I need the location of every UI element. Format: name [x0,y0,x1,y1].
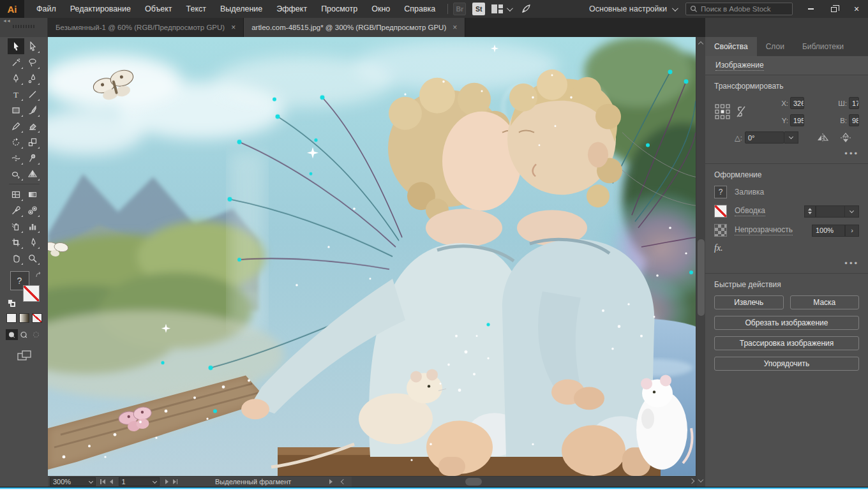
x-input[interactable]: 326,33 mm [790,97,804,109]
gpu-performance-icon[interactable] [520,3,532,15]
menu-view[interactable]: Просмотр [314,0,364,18]
scroll-up-icon[interactable] [698,41,703,47]
height-input[interactable]: 98,521 mm [849,114,859,126]
stroke-weight-stepper[interactable] [804,205,816,218]
stroke-weight-value[interactable] [816,205,845,218]
canvas-viewport[interactable] [48,37,696,476]
opacity-expand-button[interactable]: › [845,225,859,237]
collapse-toolbar-icon[interactable]: ◄◄ [0,18,13,24]
close-icon[interactable]: × [453,23,457,32]
document-tab-2[interactable]: artleo.com-48515.jpg* @ 300% (RGB/Предпр… [244,18,465,37]
menu-effect[interactable]: Эффект [269,0,314,18]
scroll-left-icon[interactable] [341,479,346,484]
arrange-button[interactable]: Упорядочить [714,357,859,371]
blend-tool[interactable] [24,202,41,218]
vertical-scroll-thumb[interactable] [698,239,705,316]
reference-point-selector[interactable] [714,103,731,120]
screen-mode-button[interactable] [16,349,33,362]
y-input[interactable]: 195,075 mm [790,114,804,126]
menu-edit[interactable]: Редактирование [63,0,138,18]
appearance-more-options[interactable]: ••• [714,258,859,268]
scroll-right-icon[interactable] [689,479,694,484]
lasso-tool[interactable] [24,54,41,70]
none-button[interactable] [32,313,42,323]
restore-button[interactable] [822,0,845,18]
opacity-swatch[interactable] [714,224,727,237]
close-button[interactable]: × [845,0,868,18]
draw-behind-mode[interactable] [18,329,30,340]
rotate-angle-dropdown[interactable] [784,131,798,144]
stroke-color-swatch[interactable] [23,285,40,302]
mask-button[interactable]: Маска [790,295,860,309]
draw-inside-mode[interactable] [30,329,42,340]
puppet-warp-tool[interactable] [24,150,41,166]
stroke-swatch[interactable] [714,205,727,218]
horizontal-scroll-thumb[interactable] [465,478,482,486]
menu-type[interactable]: Текст [179,0,213,18]
draw-normal-mode[interactable] [6,329,18,340]
minimize-button[interactable] [799,0,822,18]
eyedropper-tool[interactable] [8,202,24,218]
document-tab-1[interactable]: Безымянный-1 @ 60% (RGB/Предпросмотр GPU… [48,18,244,37]
status-menu-arrow[interactable] [329,479,333,484]
image-trace-button[interactable]: Трассировка изображения [714,336,859,350]
type-tool[interactable]: T [8,86,24,102]
opacity-label[interactable]: Непрозрачность [735,225,793,235]
first-artboard-button[interactable] [100,479,105,484]
artboard-number-select[interactable]: 1 [119,477,160,486]
scale-tool[interactable] [24,134,41,150]
shape-builder-tool[interactable] [8,166,24,182]
direct-selection-tool[interactable] [24,38,41,54]
stock-search-input[interactable]: Поиск в Adobe Stock [685,3,793,15]
toolbar-grip[interactable] [13,25,34,28]
stroke-weight-dropdown[interactable] [845,205,859,218]
eraser-tool[interactable] [24,118,41,134]
last-artboard-button[interactable] [173,479,178,484]
pen-tool[interactable] [8,70,24,86]
workspace-switcher[interactable]: Основные настройки [589,4,677,13]
magic-wand-tool[interactable] [8,54,24,70]
tab-libraries[interactable]: Библиотеки [793,37,853,56]
horizontal-scrollbar[interactable] [352,477,696,487]
gradient-button[interactable] [19,313,29,323]
crop-image-button[interactable]: Обрезать изображение [714,316,859,330]
column-graph-tool[interactable] [24,218,41,234]
line-segment-tool[interactable] [24,86,41,102]
color-button[interactable] [6,313,17,323]
flip-vertical-button[interactable] [839,133,852,143]
swap-fill-stroke-icon[interactable] [34,271,42,279]
close-icon[interactable]: × [231,23,236,32]
constrain-proportions-icon[interactable] [735,105,747,119]
bridge-icon[interactable]: Br [453,3,466,15]
previous-artboard-button[interactable] [110,479,113,484]
stock-icon[interactable]: St [472,3,485,15]
menu-object[interactable]: Объект [138,0,179,18]
selection-tool[interactable] [8,38,24,54]
paintbrush-tool[interactable] [24,102,41,118]
fill-swatch[interactable]: ? [714,186,727,198]
hand-tool[interactable] [8,250,24,266]
rotate-tool[interactable] [8,134,24,150]
symbol-sprayer-tool[interactable] [8,218,24,234]
scroll-down-icon[interactable] [698,477,703,482]
slice-tool[interactable] [24,234,41,250]
width-input[interactable]: 175,234 mm [849,97,859,109]
transform-more-options[interactable]: ••• [714,149,859,158]
opacity-value[interactable]: 100% [812,225,845,237]
rectangle-tool[interactable] [8,102,24,118]
menu-file[interactable]: Файл [29,0,63,18]
flip-horizontal-button[interactable] [816,133,829,143]
gradient-tool[interactable] [24,186,41,202]
default-fill-stroke-icon[interactable] [8,299,15,307]
artboard-tool[interactable] [8,234,24,250]
embed-button[interactable]: Извлечь [714,295,784,309]
fx-button[interactable]: fx. [714,243,859,253]
mesh-tool[interactable] [8,186,24,202]
menu-help[interactable]: Справка [397,0,442,18]
arrange-documents-button[interactable] [491,4,511,13]
tab-layers[interactable]: Слои [757,37,793,56]
tab-properties[interactable]: Свойства [705,37,757,56]
curvature-tool[interactable] [24,70,41,86]
shaper-tool[interactable] [8,118,24,134]
width-tool[interactable] [8,150,24,166]
